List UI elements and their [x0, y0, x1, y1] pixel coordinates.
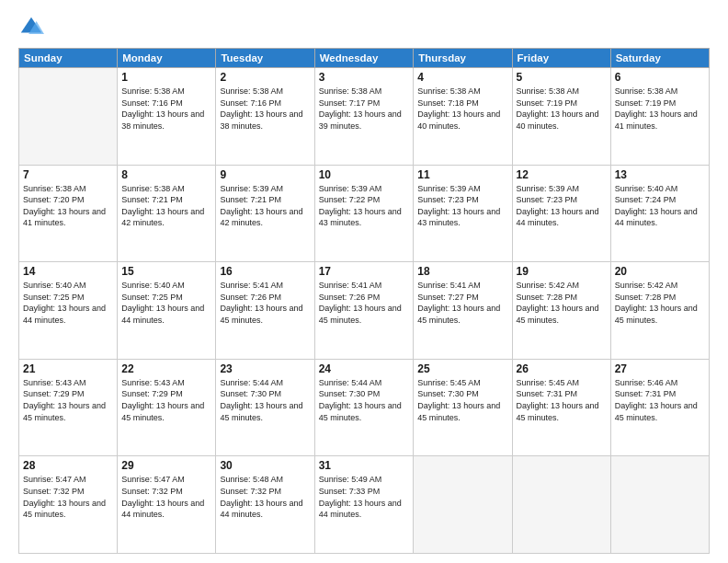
- day-number: 14: [23, 265, 113, 278]
- day-number: 23: [220, 362, 310, 375]
- day-number: 16: [220, 265, 310, 278]
- calendar-cell: 9Sunrise: 5:39 AMSunset: 7:21 PMDaylight…: [216, 165, 314, 262]
- calendar-week-1: 1Sunrise: 5:38 AMSunset: 7:16 PMDaylight…: [19, 68, 710, 166]
- day-number: 12: [517, 168, 607, 181]
- calendar-cell: 21Sunrise: 5:43 AMSunset: 7:29 PMDayligh…: [19, 359, 118, 456]
- calendar-table: SundayMondayTuesdayWednesdayThursdayFrid…: [18, 48, 710, 554]
- day-info: Sunrise: 5:39 AMSunset: 7:23 PMDaylight:…: [417, 183, 507, 229]
- calendar-cell: 14Sunrise: 5:40 AMSunset: 7:25 PMDayligh…: [19, 262, 118, 360]
- calendar-cell: [19, 68, 118, 166]
- day-info: Sunrise: 5:39 AMSunset: 7:22 PMDaylight:…: [319, 183, 410, 229]
- day-info: Sunrise: 5:41 AMSunset: 7:26 PMDaylight:…: [220, 280, 310, 326]
- day-info: Sunrise: 5:43 AMSunset: 7:29 PMDaylight:…: [23, 377, 113, 423]
- day-number: 3: [319, 71, 410, 84]
- day-number: 6: [615, 71, 705, 84]
- day-info: Sunrise: 5:47 AMSunset: 7:32 PMDaylight:…: [23, 474, 113, 520]
- logo-icon: [18, 15, 44, 40]
- calendar-header-row: SundayMondayTuesdayWednesdayThursdayFrid…: [19, 49, 710, 68]
- day-number: 29: [121, 459, 211, 472]
- calendar-header-thursday: Thursday: [414, 49, 512, 68]
- day-info: Sunrise: 5:38 AMSunset: 7:19 PMDaylight:…: [517, 86, 607, 132]
- day-info: Sunrise: 5:38 AMSunset: 7:17 PMDaylight:…: [319, 86, 410, 132]
- day-number: 30: [220, 459, 310, 472]
- calendar-cell: 30Sunrise: 5:48 AMSunset: 7:32 PMDayligh…: [216, 456, 314, 554]
- calendar-header-friday: Friday: [512, 49, 610, 68]
- calendar-cell: 15Sunrise: 5:40 AMSunset: 7:25 PMDayligh…: [118, 262, 216, 360]
- calendar-cell: [512, 456, 610, 554]
- day-info: Sunrise: 5:45 AMSunset: 7:31 PMDaylight:…: [517, 377, 607, 423]
- calendar-cell: 16Sunrise: 5:41 AMSunset: 7:26 PMDayligh…: [216, 262, 314, 360]
- day-info: Sunrise: 5:39 AMSunset: 7:23 PMDaylight:…: [517, 183, 607, 229]
- day-info: Sunrise: 5:44 AMSunset: 7:30 PMDaylight:…: [319, 377, 410, 423]
- calendar-cell: 7Sunrise: 5:38 AMSunset: 7:20 PMDaylight…: [19, 165, 118, 262]
- day-number: 27: [615, 362, 705, 375]
- day-number: 20: [615, 265, 705, 278]
- day-number: 22: [121, 362, 211, 375]
- day-info: Sunrise: 5:38 AMSunset: 7:16 PMDaylight:…: [220, 86, 310, 132]
- calendar-header-sunday: Sunday: [19, 49, 118, 68]
- day-info: Sunrise: 5:45 AMSunset: 7:30 PMDaylight:…: [417, 377, 507, 423]
- logo: [18, 15, 48, 40]
- calendar-cell: 8Sunrise: 5:38 AMSunset: 7:21 PMDaylight…: [118, 165, 216, 262]
- day-info: Sunrise: 5:42 AMSunset: 7:28 PMDaylight:…: [517, 280, 607, 326]
- day-number: 19: [517, 265, 607, 278]
- calendar-cell: 1Sunrise: 5:38 AMSunset: 7:16 PMDaylight…: [118, 68, 216, 166]
- calendar-week-2: 7Sunrise: 5:38 AMSunset: 7:20 PMDaylight…: [19, 165, 710, 262]
- day-number: 28: [23, 459, 113, 472]
- day-number: 10: [319, 168, 410, 181]
- day-info: Sunrise: 5:46 AMSunset: 7:31 PMDaylight:…: [615, 377, 705, 423]
- calendar-cell: 13Sunrise: 5:40 AMSunset: 7:24 PMDayligh…: [610, 165, 709, 262]
- day-info: Sunrise: 5:38 AMSunset: 7:19 PMDaylight:…: [615, 86, 705, 132]
- day-number: 15: [121, 265, 211, 278]
- day-info: Sunrise: 5:38 AMSunset: 7:16 PMDaylight:…: [121, 86, 211, 132]
- day-number: 9: [220, 168, 310, 181]
- calendar-cell: 2Sunrise: 5:38 AMSunset: 7:16 PMDaylight…: [216, 68, 314, 166]
- day-info: Sunrise: 5:49 AMSunset: 7:33 PMDaylight:…: [319, 474, 410, 520]
- calendar-week-4: 21Sunrise: 5:43 AMSunset: 7:29 PMDayligh…: [19, 359, 710, 456]
- calendar-cell: 5Sunrise: 5:38 AMSunset: 7:19 PMDaylight…: [512, 68, 610, 166]
- calendar-cell: 28Sunrise: 5:47 AMSunset: 7:32 PMDayligh…: [19, 456, 118, 554]
- day-info: Sunrise: 5:44 AMSunset: 7:30 PMDaylight:…: [220, 377, 310, 423]
- calendar-cell: 31Sunrise: 5:49 AMSunset: 7:33 PMDayligh…: [314, 456, 414, 554]
- calendar-cell: 23Sunrise: 5:44 AMSunset: 7:30 PMDayligh…: [216, 359, 314, 456]
- calendar-cell: 10Sunrise: 5:39 AMSunset: 7:22 PMDayligh…: [314, 165, 414, 262]
- calendar-cell: 11Sunrise: 5:39 AMSunset: 7:23 PMDayligh…: [414, 165, 512, 262]
- day-number: 26: [517, 362, 607, 375]
- day-number: 13: [615, 168, 705, 181]
- calendar-cell: 29Sunrise: 5:47 AMSunset: 7:32 PMDayligh…: [118, 456, 216, 554]
- day-info: Sunrise: 5:48 AMSunset: 7:32 PMDaylight:…: [220, 474, 310, 520]
- day-info: Sunrise: 5:40 AMSunset: 7:25 PMDaylight:…: [23, 280, 113, 326]
- day-info: Sunrise: 5:40 AMSunset: 7:24 PMDaylight:…: [615, 183, 705, 229]
- calendar-cell: 3Sunrise: 5:38 AMSunset: 7:17 PMDaylight…: [314, 68, 414, 166]
- calendar-header-wednesday: Wednesday: [314, 49, 414, 68]
- calendar-cell: 6Sunrise: 5:38 AMSunset: 7:19 PMDaylight…: [610, 68, 709, 166]
- day-number: 11: [417, 168, 507, 181]
- day-number: 7: [23, 168, 113, 181]
- calendar-cell: 4Sunrise: 5:38 AMSunset: 7:18 PMDaylight…: [414, 68, 512, 166]
- day-number: 1: [121, 71, 211, 84]
- day-info: Sunrise: 5:40 AMSunset: 7:25 PMDaylight:…: [121, 280, 211, 326]
- page: SundayMondayTuesdayWednesdayThursdayFrid…: [0, 0, 728, 563]
- calendar-cell: 24Sunrise: 5:44 AMSunset: 7:30 PMDayligh…: [314, 359, 414, 456]
- day-number: 5: [517, 71, 607, 84]
- day-number: 25: [417, 362, 507, 375]
- day-number: 8: [121, 168, 211, 181]
- day-info: Sunrise: 5:43 AMSunset: 7:29 PMDaylight:…: [121, 377, 211, 423]
- calendar-week-3: 14Sunrise: 5:40 AMSunset: 7:25 PMDayligh…: [19, 262, 710, 360]
- day-info: Sunrise: 5:41 AMSunset: 7:26 PMDaylight:…: [319, 280, 410, 326]
- calendar-cell: 20Sunrise: 5:42 AMSunset: 7:28 PMDayligh…: [610, 262, 709, 360]
- day-number: 18: [417, 265, 507, 278]
- calendar-header-saturday: Saturday: [610, 49, 709, 68]
- day-info: Sunrise: 5:38 AMSunset: 7:18 PMDaylight:…: [417, 86, 507, 132]
- calendar-cell: [610, 456, 709, 554]
- calendar-cell: [414, 456, 512, 554]
- calendar-week-5: 28Sunrise: 5:47 AMSunset: 7:32 PMDayligh…: [19, 456, 710, 554]
- calendar-header-monday: Monday: [118, 49, 216, 68]
- day-info: Sunrise: 5:47 AMSunset: 7:32 PMDaylight:…: [121, 474, 211, 520]
- day-info: Sunrise: 5:38 AMSunset: 7:21 PMDaylight:…: [121, 183, 211, 229]
- calendar-cell: 19Sunrise: 5:42 AMSunset: 7:28 PMDayligh…: [512, 262, 610, 360]
- day-info: Sunrise: 5:41 AMSunset: 7:27 PMDaylight:…: [417, 280, 507, 326]
- calendar-cell: 22Sunrise: 5:43 AMSunset: 7:29 PMDayligh…: [118, 359, 216, 456]
- day-number: 31: [319, 459, 410, 472]
- calendar-cell: 18Sunrise: 5:41 AMSunset: 7:27 PMDayligh…: [414, 262, 512, 360]
